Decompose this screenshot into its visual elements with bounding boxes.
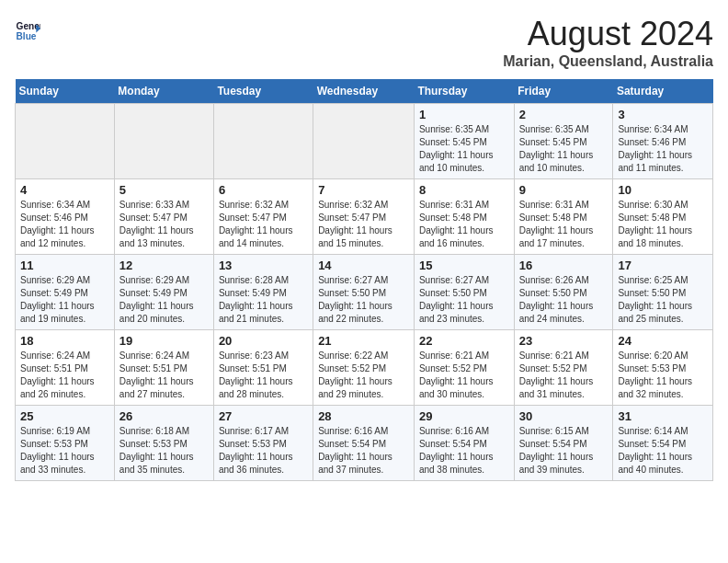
page-header: General Blue August 2024 Marian, Queensl… xyxy=(15,15,713,70)
header-cell-monday: Monday xyxy=(114,79,213,104)
calendar-table: SundayMondayTuesdayWednesdayThursdayFrid… xyxy=(15,79,713,481)
header-cell-sunday: Sunday xyxy=(16,79,115,104)
day-cell: 27Sunrise: 6:17 AM Sunset: 5:53 PM Dayli… xyxy=(213,406,313,481)
day-cell: 5Sunrise: 6:33 AM Sunset: 5:47 PM Daylig… xyxy=(114,179,213,255)
day-cell: 23Sunrise: 6:21 AM Sunset: 5:52 PM Dayli… xyxy=(514,330,613,406)
day-cell: 18Sunrise: 6:24 AM Sunset: 5:51 PM Dayli… xyxy=(16,330,115,406)
day-info: Sunrise: 6:19 AM Sunset: 5:53 PM Dayligh… xyxy=(20,425,109,477)
day-info: Sunrise: 6:21 AM Sunset: 5:52 PM Dayligh… xyxy=(519,350,609,401)
day-number: 21 xyxy=(318,334,409,348)
day-number: 24 xyxy=(618,334,708,348)
day-number: 3 xyxy=(618,108,708,121)
day-cell: 14Sunrise: 6:27 AM Sunset: 5:50 PM Dayli… xyxy=(313,255,415,330)
day-info: Sunrise: 6:17 AM Sunset: 5:53 PM Dayligh… xyxy=(219,425,308,477)
day-cell: 6Sunrise: 6:32 AM Sunset: 5:47 PM Daylig… xyxy=(213,179,313,255)
day-number: 6 xyxy=(219,183,308,197)
day-number: 25 xyxy=(20,409,109,423)
day-info: Sunrise: 6:35 AM Sunset: 5:45 PM Dayligh… xyxy=(519,123,609,175)
day-cell: 28Sunrise: 6:16 AM Sunset: 5:54 PM Dayli… xyxy=(313,406,415,481)
main-title: August 2024 xyxy=(503,15,713,53)
day-cell: 10Sunrise: 6:30 AM Sunset: 5:48 PM Dayli… xyxy=(613,179,713,255)
day-number: 7 xyxy=(318,183,409,197)
day-number: 12 xyxy=(119,259,209,272)
day-number: 18 xyxy=(20,334,109,348)
day-cell: 21Sunrise: 6:22 AM Sunset: 5:52 PM Dayli… xyxy=(313,330,415,406)
day-number: 22 xyxy=(419,334,509,348)
day-number: 14 xyxy=(318,259,409,272)
day-info: Sunrise: 6:23 AM Sunset: 5:51 PM Dayligh… xyxy=(219,350,308,401)
day-info: Sunrise: 6:30 AM Sunset: 5:48 PM Dayligh… xyxy=(618,199,708,250)
day-number: 16 xyxy=(519,259,609,272)
day-cell xyxy=(213,104,313,179)
day-cell: 13Sunrise: 6:28 AM Sunset: 5:49 PM Dayli… xyxy=(213,255,313,330)
header-cell-thursday: Thursday xyxy=(414,79,514,104)
day-cell: 31Sunrise: 6:14 AM Sunset: 5:54 PM Dayli… xyxy=(613,406,713,481)
day-info: Sunrise: 6:16 AM Sunset: 5:54 PM Dayligh… xyxy=(318,425,409,477)
week-row-2: 4Sunrise: 6:34 AM Sunset: 5:46 PM Daylig… xyxy=(16,179,713,255)
day-info: Sunrise: 6:14 AM Sunset: 5:54 PM Dayligh… xyxy=(618,425,708,477)
day-cell: 30Sunrise: 6:15 AM Sunset: 5:54 PM Dayli… xyxy=(514,406,613,481)
day-cell: 3Sunrise: 6:34 AM Sunset: 5:46 PM Daylig… xyxy=(613,104,713,179)
day-info: Sunrise: 6:32 AM Sunset: 5:47 PM Dayligh… xyxy=(318,199,409,250)
day-number: 9 xyxy=(519,183,609,197)
week-row-3: 11Sunrise: 6:29 AM Sunset: 5:49 PM Dayli… xyxy=(16,255,713,330)
header-cell-tuesday: Tuesday xyxy=(213,79,313,104)
day-number: 15 xyxy=(419,259,509,272)
day-number: 28 xyxy=(318,409,409,423)
header-cell-friday: Friday xyxy=(514,79,613,104)
day-info: Sunrise: 6:34 AM Sunset: 5:46 PM Dayligh… xyxy=(618,123,708,175)
week-row-1: 1Sunrise: 6:35 AM Sunset: 5:45 PM Daylig… xyxy=(16,104,713,179)
week-row-5: 25Sunrise: 6:19 AM Sunset: 5:53 PM Dayli… xyxy=(16,406,713,481)
day-info: Sunrise: 6:33 AM Sunset: 5:47 PM Dayligh… xyxy=(119,199,209,250)
day-number: 5 xyxy=(119,183,209,197)
title-block: August 2024 Marian, Queensland, Australi… xyxy=(503,15,713,70)
day-number: 1 xyxy=(419,108,509,121)
day-info: Sunrise: 6:31 AM Sunset: 5:48 PM Dayligh… xyxy=(519,199,609,250)
day-number: 8 xyxy=(419,183,509,197)
day-cell: 24Sunrise: 6:20 AM Sunset: 5:53 PM Dayli… xyxy=(613,330,713,406)
day-number: 27 xyxy=(219,409,308,423)
day-cell: 16Sunrise: 6:26 AM Sunset: 5:50 PM Dayli… xyxy=(514,255,613,330)
svg-text:Blue: Blue xyxy=(17,31,37,41)
day-info: Sunrise: 6:24 AM Sunset: 5:51 PM Dayligh… xyxy=(20,350,109,401)
day-info: Sunrise: 6:21 AM Sunset: 5:52 PM Dayligh… xyxy=(419,350,509,401)
day-cell xyxy=(114,104,213,179)
day-info: Sunrise: 6:29 AM Sunset: 5:49 PM Dayligh… xyxy=(20,274,109,326)
header-cell-wednesday: Wednesday xyxy=(313,79,415,104)
day-number: 30 xyxy=(519,409,609,423)
day-number: 17 xyxy=(618,259,708,272)
day-number: 13 xyxy=(219,259,308,272)
day-cell: 4Sunrise: 6:34 AM Sunset: 5:46 PM Daylig… xyxy=(16,179,115,255)
day-number: 4 xyxy=(20,183,109,197)
subtitle: Marian, Queensland, Australia xyxy=(503,53,713,70)
day-cell: 17Sunrise: 6:25 AM Sunset: 5:50 PM Dayli… xyxy=(613,255,713,330)
day-info: Sunrise: 6:27 AM Sunset: 5:50 PM Dayligh… xyxy=(419,274,509,326)
day-cell: 19Sunrise: 6:24 AM Sunset: 5:51 PM Dayli… xyxy=(114,330,213,406)
day-info: Sunrise: 6:15 AM Sunset: 5:54 PM Dayligh… xyxy=(519,425,609,477)
day-info: Sunrise: 6:35 AM Sunset: 5:45 PM Dayligh… xyxy=(419,123,509,175)
day-cell: 20Sunrise: 6:23 AM Sunset: 5:51 PM Dayli… xyxy=(213,330,313,406)
day-info: Sunrise: 6:29 AM Sunset: 5:49 PM Dayligh… xyxy=(119,274,209,326)
day-cell: 9Sunrise: 6:31 AM Sunset: 5:48 PM Daylig… xyxy=(514,179,613,255)
week-row-4: 18Sunrise: 6:24 AM Sunset: 5:51 PM Dayli… xyxy=(16,330,713,406)
day-number: 29 xyxy=(419,409,509,423)
day-number: 10 xyxy=(618,183,708,197)
day-cell: 22Sunrise: 6:21 AM Sunset: 5:52 PM Dayli… xyxy=(414,330,514,406)
day-cell: 7Sunrise: 6:32 AM Sunset: 5:47 PM Daylig… xyxy=(313,179,415,255)
day-number: 23 xyxy=(519,334,609,348)
day-cell: 8Sunrise: 6:31 AM Sunset: 5:48 PM Daylig… xyxy=(414,179,514,255)
day-info: Sunrise: 6:18 AM Sunset: 5:53 PM Dayligh… xyxy=(119,425,209,477)
day-info: Sunrise: 6:26 AM Sunset: 5:50 PM Dayligh… xyxy=(519,274,609,326)
day-info: Sunrise: 6:22 AM Sunset: 5:52 PM Dayligh… xyxy=(318,350,409,401)
day-info: Sunrise: 6:31 AM Sunset: 5:48 PM Dayligh… xyxy=(419,199,509,250)
day-number: 11 xyxy=(20,259,109,272)
day-info: Sunrise: 6:24 AM Sunset: 5:51 PM Dayligh… xyxy=(119,350,209,401)
day-cell: 11Sunrise: 6:29 AM Sunset: 5:49 PM Dayli… xyxy=(16,255,115,330)
day-cell: 25Sunrise: 6:19 AM Sunset: 5:53 PM Dayli… xyxy=(16,406,115,481)
day-number: 19 xyxy=(119,334,209,348)
day-cell: 29Sunrise: 6:16 AM Sunset: 5:54 PM Dayli… xyxy=(414,406,514,481)
day-number: 20 xyxy=(219,334,308,348)
day-number: 26 xyxy=(119,409,209,423)
day-cell xyxy=(16,104,115,179)
day-cell: 26Sunrise: 6:18 AM Sunset: 5:53 PM Dayli… xyxy=(114,406,213,481)
